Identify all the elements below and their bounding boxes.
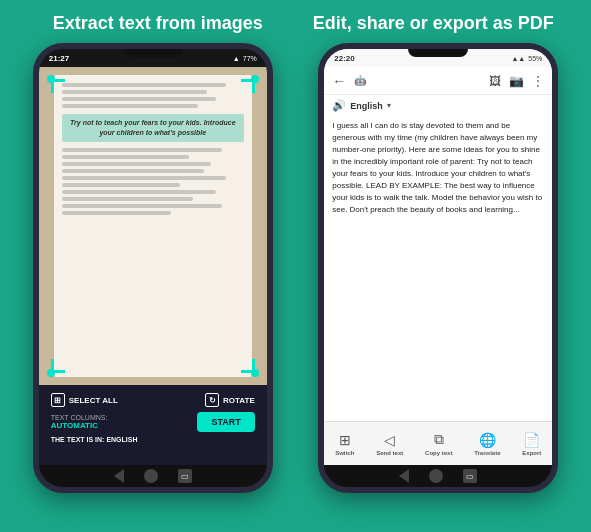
action-translate[interactable]: 🌐 Translate (474, 432, 500, 456)
select-all-label: SELECT ALL (69, 396, 118, 405)
speaker-icon[interactable]: 🔊 (332, 99, 346, 112)
status-icons-left: ▲ 77% (233, 55, 257, 62)
phone1-controls: ⊞ SELECT ALL ↻ ROTATE TEXT COLUMNS: AUTO… (39, 385, 267, 465)
language-dropdown[interactable]: ▾ (387, 101, 391, 110)
send-text-label: Send text (376, 450, 403, 456)
book-highlight: Try not to teach your fears to your kids… (62, 114, 244, 142)
status-time-left: 21:27 (49, 54, 69, 63)
phone2-toolbar: ← 🤖 🖼 📷 ⋮ (324, 67, 552, 95)
rotate-icon: ↻ (205, 393, 219, 407)
action-export[interactable]: 📄 Export (522, 432, 541, 456)
switch-icon: ⊞ (339, 432, 351, 448)
text-columns-label: TEXT COLUMNS: (51, 414, 108, 421)
control-row3: THE TEXT IS IN: ENGLISH (47, 434, 259, 445)
language-value: ENGLISH (106, 436, 137, 443)
nav-home-left[interactable] (144, 469, 158, 483)
rotate-label: ROTATE (223, 396, 255, 405)
nav-back-left[interactable] (114, 469, 124, 483)
nav-home-right[interactable] (429, 469, 443, 483)
phone2-bottom-bar: ⊞ Switch ◁ Send text ⧉ Copy text 🌐 Trans… (324, 421, 552, 465)
status-time-right: 22:20 (334, 54, 354, 63)
phone-left: 21:27 ▲ 77% Try not to teach your fears … (33, 43, 273, 493)
battery-left: 77% (243, 55, 257, 62)
nav-recent-right[interactable]: ▭ (463, 469, 477, 483)
left-title: Extract text from images (20, 12, 296, 35)
translate-icon: 🌐 (479, 432, 496, 448)
text-columns-group: TEXT COLUMNS: AUTOMATIC (51, 414, 108, 430)
language-label: THE TEXT IS IN: (51, 436, 105, 443)
camera-button[interactable]: 📷 (509, 74, 524, 88)
back-button[interactable]: ← (332, 73, 346, 89)
battery-right: 55% (528, 55, 542, 62)
text-paragraph: I guess all I can do is stay devoted to … (332, 120, 544, 216)
export-icon: 📄 (523, 432, 540, 448)
text-content-area: I guess all I can do is stay devoted to … (324, 116, 552, 421)
image-button[interactable]: 🖼 (489, 74, 501, 88)
language-row: 🔊 English ▾ (324, 95, 552, 116)
phone-right: 22:20 ▲▲ 55% ← 🤖 🖼 📷 ⋮ 🔊 English ▾ (318, 43, 558, 493)
phone1-screen: 21:27 ▲ 77% Try not to teach your fears … (39, 49, 267, 465)
nav-recent-left[interactable]: ▭ (178, 469, 192, 483)
book-area: Try not to teach your fears to your kids… (39, 67, 267, 385)
more-button[interactable]: ⋮ (532, 74, 544, 88)
app-logo: 🤖 (354, 75, 366, 86)
action-switch[interactable]: ⊞ Switch (335, 432, 354, 456)
switch-label: Switch (335, 450, 354, 456)
language-label: English (350, 101, 383, 111)
signal-icon: ▲▲ (511, 55, 525, 62)
action-send-text[interactable]: ◁ Send text (376, 432, 403, 456)
nav-back-right[interactable] (399, 469, 409, 483)
select-all-icon: ⊞ (51, 393, 65, 407)
text-columns-value: AUTOMATIC (51, 421, 108, 430)
phone-notch-left (123, 49, 183, 57)
phone-nav-left: ▭ (39, 465, 267, 487)
wifi-icon: ▲ (233, 55, 240, 62)
phone-notch-right (408, 49, 468, 57)
highlight-text: Try not to teach your fears to your kids… (68, 118, 238, 138)
phone2-screen: 22:20 ▲▲ 55% ← 🤖 🖼 📷 ⋮ 🔊 English ▾ (324, 49, 552, 465)
copy-text-icon: ⧉ (434, 431, 444, 448)
status-icons-right: ▲▲ 55% (511, 55, 542, 62)
book-page: Try not to teach your fears to your kids… (54, 75, 252, 377)
control-row2: TEXT COLUMNS: AUTOMATIC START (47, 410, 259, 434)
action-copy-text[interactable]: ⧉ Copy text (425, 431, 452, 456)
rotate-button[interactable]: ↻ ROTATE (205, 393, 255, 407)
select-all-button[interactable]: ⊞ SELECT ALL (51, 393, 118, 407)
copy-text-label: Copy text (425, 450, 452, 456)
start-button[interactable]: START (197, 412, 254, 432)
right-title: Edit, share or export as PDF (296, 12, 572, 35)
export-label: Export (522, 450, 541, 456)
phone-nav-right: ▭ (324, 465, 552, 487)
send-text-icon: ◁ (384, 432, 395, 448)
control-row1: ⊞ SELECT ALL ↻ ROTATE (47, 390, 259, 410)
translate-label: Translate (474, 450, 500, 456)
